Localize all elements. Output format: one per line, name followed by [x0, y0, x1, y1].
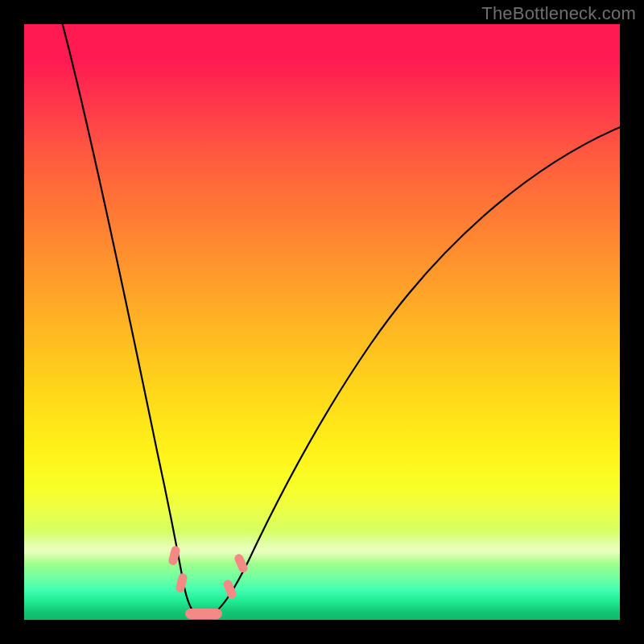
marker-right-lower — [222, 579, 237, 600]
watermark-text: TheBottleneck.com — [481, 3, 636, 24]
plot-area — [24, 24, 620, 620]
curve-left-branch — [60, 24, 195, 613]
marker-bottom — [185, 609, 222, 619]
marker-left-lower — [175, 572, 188, 593]
chart-frame: TheBottleneck.com — [0, 0, 644, 644]
curve-right-branch — [214, 127, 620, 613]
bottleneck-curve-svg — [24, 24, 620, 620]
